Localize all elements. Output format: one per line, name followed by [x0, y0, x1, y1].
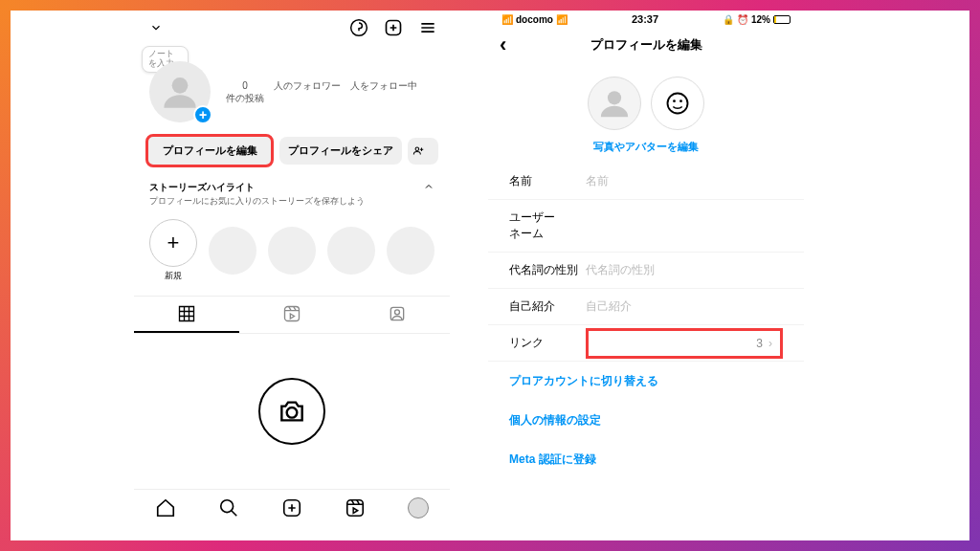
add-story-badge[interactable]: + [193, 105, 212, 124]
profile-stats: 0件の投稿 人のフォロワー 人をフォロー中 [226, 79, 417, 104]
edit-profile-title: プロフィールを編集 [590, 36, 702, 54]
posts-label: 件の投稿 [226, 92, 264, 104]
posts-count: 0 [226, 79, 264, 92]
battery-icon [773, 15, 791, 24]
followers-label[interactable]: 人のフォロワー [274, 79, 341, 104]
following-label[interactable]: 人をフォロー中 [350, 79, 417, 104]
svg-point-1 [172, 77, 189, 94]
back-button[interactable]: ‹ [500, 33, 506, 57]
profile-avatar[interactable]: + [149, 61, 211, 122]
